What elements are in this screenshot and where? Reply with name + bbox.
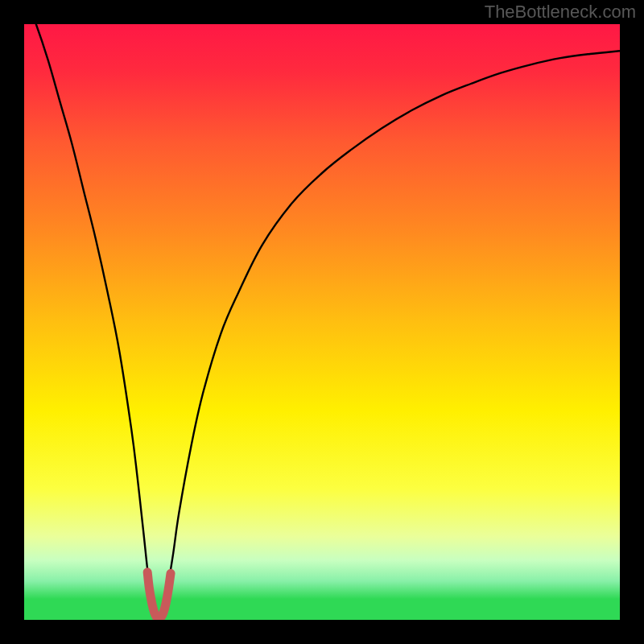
chart-svg	[24, 24, 620, 620]
watermark-text: TheBottleneck.com	[485, 2, 636, 23]
chart-plot-area	[24, 24, 620, 620]
